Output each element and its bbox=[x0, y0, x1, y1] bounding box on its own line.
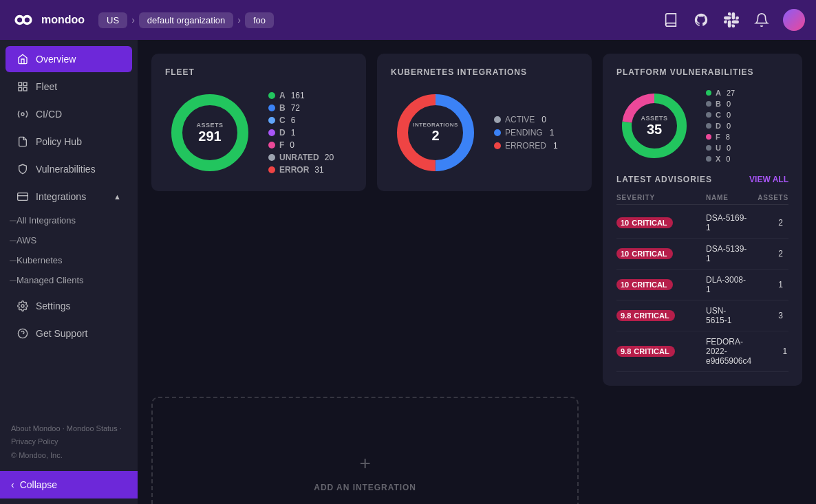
legend-f: F 0 bbox=[268, 140, 334, 150]
sidebar-integrations-label: Integrations bbox=[36, 191, 86, 202]
topnav-icons bbox=[662, 9, 805, 31]
sidebar-item-cicd[interactable]: CI/CD bbox=[6, 101, 132, 127]
legend-dot-a bbox=[268, 92, 275, 99]
sidebar-item-aws[interactable]: AWS bbox=[0, 230, 138, 250]
sidebar-item-fleet[interactable]: Fleet bbox=[6, 74, 132, 100]
advisory-name: USN-5615-1 bbox=[706, 306, 747, 325]
main-layout: Overview Fleet CI/CD Policy Hub Vulnerab… bbox=[0, 40, 816, 504]
svg-point-1 bbox=[17, 17, 22, 22]
k8s-donut-label: INTEGRATIONS 2 bbox=[413, 122, 458, 144]
legend-d: D 1 bbox=[268, 128, 334, 138]
legend-val-b: 72 bbox=[291, 103, 300, 113]
user-avatar[interactable] bbox=[783, 9, 805, 31]
advisories-header: LATEST ADVISORIES VIEW ALL bbox=[616, 175, 788, 184]
sidebar-footer: About Mondoo · Mondoo Status · Privacy P… bbox=[0, 417, 138, 468]
sidebar-item-all-integrations[interactable]: All Integrations bbox=[0, 210, 138, 230]
k8s-chart-area: INTEGRATIONS 2 ACTIVE 0 PENDING bbox=[391, 88, 578, 177]
svg-point-3 bbox=[25, 17, 30, 22]
breadcrumb-foo[interactable]: foo bbox=[245, 12, 274, 28]
legend-val-active: 0 bbox=[541, 115, 546, 124]
privacy-policy-link[interactable]: Privacy Policy bbox=[11, 437, 58, 446]
legend-dot-f bbox=[268, 142, 275, 149]
sidebar-item-vulnerabilities[interactable]: Vulnerabilities bbox=[6, 156, 132, 182]
breadcrumb-us[interactable]: US bbox=[98, 12, 127, 28]
vuln-legend-u: U 0 bbox=[706, 144, 735, 152]
advisory-row[interactable]: 10 CRITICAL DSA-5139-1 2 bbox=[616, 239, 788, 270]
sidebar-item-settings[interactable]: Settings bbox=[6, 293, 132, 319]
fleet-legend: A 161 B 72 C 6 bbox=[268, 91, 334, 175]
severity-score: 9.8 bbox=[621, 311, 631, 320]
aws-label: AWS bbox=[17, 235, 36, 245]
breadcrumb-sep-2: › bbox=[237, 14, 241, 25]
severity-badge: 9.8 CRITICAL bbox=[616, 310, 675, 321]
svg-rect-7 bbox=[23, 87, 27, 91]
advisory-row[interactable]: 9.8 CRITICAL USN-5615-1 3 bbox=[616, 300, 788, 331]
copyright: © Mondoo, Inc. bbox=[11, 449, 127, 463]
about-mondoo-link[interactable]: About Mondoo bbox=[11, 424, 61, 432]
view-all-button[interactable]: VIEW ALL bbox=[749, 175, 788, 184]
sidebar-item-integrations[interactable]: Integrations ▲ bbox=[6, 184, 132, 210]
k8s-legend-errored: ERRORED 1 bbox=[494, 141, 558, 151]
fleet-donut-label: ASSETS 291 bbox=[196, 122, 223, 144]
vuln-legend: A 27 B 0 C 0 bbox=[706, 89, 735, 163]
sidebar-item-managed-clients[interactable]: Managed Clients bbox=[0, 270, 138, 290]
advisory-assets: 1 bbox=[751, 347, 793, 356]
chevron-up-icon: ▲ bbox=[114, 193, 121, 201]
k8s-legend-active: ACTIVE 0 bbox=[494, 115, 558, 124]
advisory-row[interactable]: 9.8 CRITICAL FEDORA-2022-e9d65906c4 1 bbox=[616, 331, 788, 372]
book-icon[interactable] bbox=[662, 11, 680, 29]
legend-dot-d bbox=[268, 129, 275, 136]
sidebar-item-policy[interactable]: Policy Hub bbox=[6, 129, 132, 155]
severity-label: CRITICAL bbox=[634, 347, 669, 355]
advisory-row[interactable]: 10 CRITICAL DSA-5169-1 2 bbox=[616, 208, 788, 239]
github-icon[interactable] bbox=[692, 11, 710, 29]
vuln-donut: ASSETS 35 bbox=[616, 88, 692, 164]
mondoo-status-link[interactable]: Mondoo Status bbox=[67, 424, 118, 432]
col-name: NAME bbox=[706, 194, 747, 201]
legend-dot-c bbox=[268, 117, 275, 124]
vuln-donut-label: ASSETS 35 bbox=[641, 115, 667, 138]
legend-dot-error bbox=[268, 166, 275, 173]
svg-rect-9 bbox=[18, 193, 28, 201]
legend-dot-active bbox=[494, 116, 501, 123]
sidebar-cicd-label: CI/CD bbox=[36, 109, 62, 120]
advisories-table-body: 10 CRITICAL DSA-5169-1 2 10 CRITICAL DSA… bbox=[616, 208, 788, 372]
sidebar-item-kubernetes[interactable]: Kubernetes bbox=[0, 250, 138, 270]
vuln-legend-a: A 27 bbox=[706, 89, 735, 97]
legend-val-d: 1 bbox=[291, 128, 296, 138]
breadcrumb-org[interactable]: default organization bbox=[139, 12, 233, 28]
advisory-row[interactable]: 10 CRITICAL DLA-3008-1 1 bbox=[616, 270, 788, 300]
severity-score: 10 bbox=[621, 219, 629, 227]
support-label: Get Support bbox=[36, 328, 88, 339]
topnav: mondoo US › default organization › foo bbox=[0, 0, 816, 40]
bell-icon[interactable] bbox=[753, 11, 771, 29]
advisory-assets: 3 bbox=[747, 311, 788, 320]
k8s-donut: INTEGRATIONS 2 bbox=[391, 88, 480, 177]
legend-val-f: 0 bbox=[290, 140, 294, 150]
k8s-legend: ACTIVE 0 PENDING 1 ERRORED 1 bbox=[494, 115, 558, 151]
severity-badge: 10 CRITICAL bbox=[616, 217, 673, 228]
main-content: FLEET ASSETS bbox=[138, 40, 816, 504]
sidebar-item-overview[interactable]: Overview bbox=[6, 46, 132, 72]
policy-icon bbox=[17, 135, 29, 148]
breadcrumb: US › default organization › foo bbox=[98, 12, 662, 28]
collapse-button[interactable]: ‹ Collapse bbox=[0, 471, 138, 498]
advisory-name: DSA-5139-1 bbox=[706, 244, 747, 263]
vuln-legend-f: F 8 bbox=[706, 133, 735, 141]
advisory-assets: 1 bbox=[747, 280, 788, 289]
sidebar-item-support[interactable]: Get Support bbox=[6, 320, 132, 347]
fleet-card-title: FLEET bbox=[165, 67, 352, 77]
severity-label: CRITICAL bbox=[634, 311, 669, 320]
svg-point-8 bbox=[21, 113, 24, 116]
slack-icon[interactable] bbox=[722, 11, 740, 29]
legend-val-a: 161 bbox=[291, 91, 305, 100]
k8s-legend-pending: PENDING 1 bbox=[494, 128, 558, 138]
logo[interactable]: mondoo bbox=[11, 8, 85, 32]
legend-error: ERROR 31 bbox=[268, 165, 334, 175]
severity-badge: 10 CRITICAL bbox=[616, 248, 673, 259]
severity-label: CRITICAL bbox=[632, 281, 667, 289]
add-integration-card[interactable]: + ADD AN INTEGRATION bbox=[151, 397, 579, 504]
fleet-chart-area: ASSETS 291 A 161 B 72 bbox=[165, 88, 352, 177]
legend-unrated: UNRATED 20 bbox=[268, 153, 334, 162]
fleet-donut: ASSETS 291 bbox=[165, 88, 255, 177]
